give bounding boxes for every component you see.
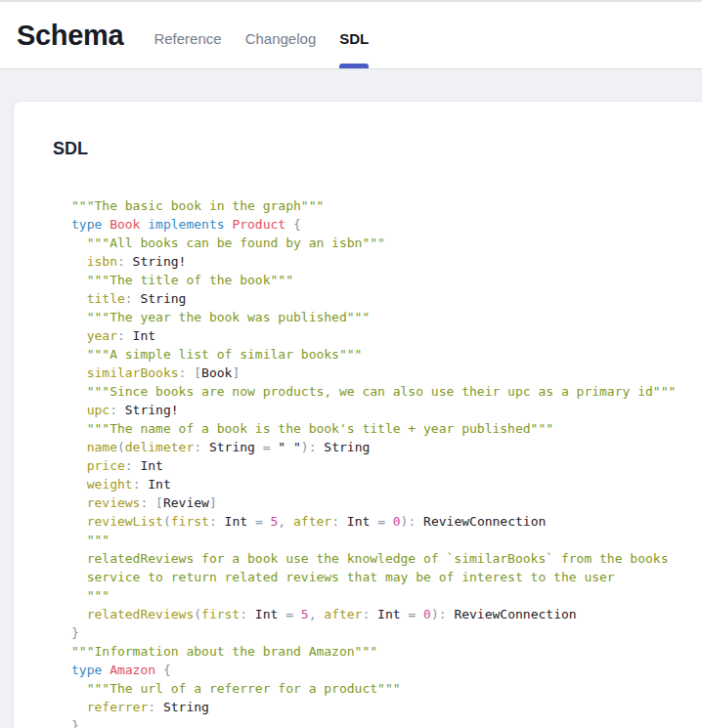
code-token-pun: [ (155, 495, 163, 510)
code-token-fld: similarBooks (87, 365, 179, 380)
code-token-kw: type (71, 663, 102, 677)
code-token-pln: Int (247, 607, 285, 621)
code-token-pun: = (255, 514, 263, 529)
code-token-pun: : (125, 458, 133, 473)
code-token-pun: ): (431, 607, 447, 621)
code-token-pln (71, 495, 87, 510)
code-token-pun: : (117, 254, 125, 269)
code-token-pln: Int (133, 458, 163, 473)
code-token-doc: """The url of a referrer for a product""… (71, 681, 401, 696)
code-token-pln: Int (125, 328, 155, 343)
code-token-pun: : (148, 700, 155, 714)
code-token-doc: """ (71, 588, 110, 603)
code-token-fld: isbn (87, 254, 117, 269)
code-token-pun: = (377, 514, 385, 529)
code-token-doc: """The name of a book is the book's titl… (71, 421, 553, 436)
card-heading: SDL (53, 137, 702, 160)
code-line: service to return related reviews that m… (71, 568, 702, 586)
code-token-pln: Int (217, 514, 255, 529)
sdl-code: """The basic book in the graph"""type Bo… (71, 196, 702, 728)
code-token-fld: price (87, 458, 125, 473)
code-token-pln (293, 607, 301, 621)
code-token-pun: ] (232, 365, 240, 380)
code-token-pln: String! (125, 254, 187, 269)
code-token-pln (71, 254, 87, 269)
code-line: relatedReviews for a book use the knowle… (71, 549, 702, 568)
code-line: """All books can be found by an isbn""" (71, 234, 702, 252)
code-token-pln: Review (163, 495, 209, 510)
sdl-card: SDL """The basic book in the graph"""typ… (13, 101, 702, 728)
code-line: } (71, 623, 702, 642)
code-token-doc: """Since books are now products, we can … (71, 384, 676, 399)
code-token-pun: = (263, 440, 271, 454)
code-line: """ (71, 531, 702, 549)
page-header: Schema ReferenceChangelogSDL (0, 2, 702, 69)
code-token-pun: } (71, 718, 79, 728)
code-token-pun: : (117, 328, 125, 343)
code-token-pln (71, 291, 87, 306)
code-line: type Amazon { (71, 661, 702, 679)
code-token-pln (148, 495, 155, 510)
code-line: year: Int (71, 326, 702, 345)
code-line: """The url of a referrer for a product""… (71, 679, 702, 698)
code-token-pun: : (194, 440, 201, 454)
code-line: """The title of the book""" (71, 271, 702, 289)
code-token-fld: referrer (87, 700, 149, 714)
code-token-pun: ( (117, 440, 125, 454)
code-token-pln: Book (201, 365, 232, 380)
code-token-pln (71, 458, 87, 473)
code-line: weight: Int (71, 475, 702, 493)
code-token-pun: : (240, 607, 247, 621)
code-token-pln: " " (271, 440, 301, 454)
code-token-doc: service to return related reviews that m… (71, 570, 615, 584)
code-token-pln (71, 365, 87, 380)
code-line: type Book implements Product { (71, 215, 702, 234)
code-token-num: 0 (393, 514, 401, 529)
code-token-fld: year (87, 328, 117, 343)
code-token-doc: """A simple list of similar books""" (71, 347, 362, 362)
code-token-fld: first (171, 514, 209, 529)
code-token-pun: : (125, 291, 133, 306)
tab-changelog[interactable]: Changelog (245, 2, 317, 68)
code-token-pln (263, 514, 271, 529)
code-line: title: String (71, 289, 702, 308)
code-token-pun: ): (301, 440, 317, 454)
code-token-num: 5 (301, 607, 309, 621)
code-token-pun: ( (163, 514, 171, 529)
code-token-doc: """The basic book in the graph""" (71, 198, 324, 213)
code-line: isbn: String! (71, 252, 702, 271)
code-token-fld: weight (87, 477, 133, 492)
code-token-pun: , (278, 514, 285, 529)
code-token-pln: Int (140, 477, 170, 492)
active-tab-underline (339, 64, 369, 68)
tab-reference[interactable]: Reference (154, 2, 221, 68)
page-title: Schema (17, 20, 123, 52)
code-token-pln: String (155, 700, 209, 714)
code-token-pln (155, 663, 163, 677)
code-token-pln (416, 607, 423, 621)
code-token-pln (71, 328, 87, 343)
code-token-kw: implements (148, 217, 224, 232)
tabs: ReferenceChangelogSDL (154, 2, 369, 68)
code-token-tn: Product (232, 217, 285, 232)
code-token-num: 0 (423, 607, 431, 621)
code-token-doc: """All books can be found by an isbn""" (71, 236, 385, 250)
code-token-doc: """The year the book was published""" (71, 310, 370, 324)
code-token-pun: [ (194, 365, 201, 380)
code-line: reviewList(first: Int = 5, after: Int = … (71, 512, 702, 531)
code-token-pln: Int (339, 514, 377, 529)
code-token-fld: after (324, 607, 362, 621)
code-token-pln (71, 514, 87, 529)
code-token-kw: type (71, 217, 102, 232)
code-line: reviews: [Review] (71, 493, 702, 512)
code-line: """The year the book was published""" (71, 308, 702, 326)
code-line: similarBooks: [Book] (71, 364, 702, 382)
code-line: """Information about the brand Amazon""" (71, 642, 702, 661)
tab-sdl[interactable]: SDL (339, 2, 369, 68)
code-token-pln (71, 403, 87, 417)
code-token-pun: ( (194, 607, 201, 621)
code-token-pln (285, 514, 293, 529)
code-token-pln (102, 217, 110, 232)
code-token-fld: first (201, 607, 240, 621)
code-token-pun: { (163, 663, 171, 677)
